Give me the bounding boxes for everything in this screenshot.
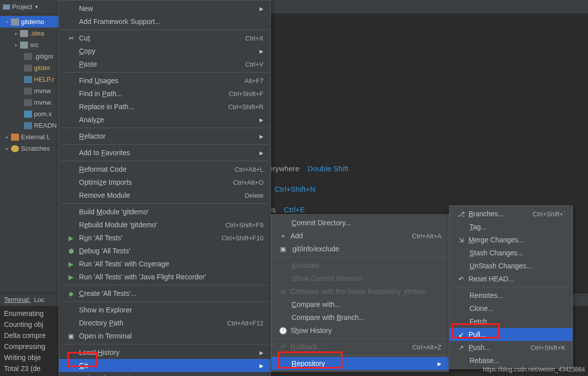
tree-scratches[interactable]: ▸ Scratches bbox=[0, 143, 59, 154]
menu-item[interactable]: ↙Pull... bbox=[450, 328, 572, 341]
tree-folder-idea[interactable]: ▸ .idea bbox=[0, 28, 59, 39]
menu-item[interactable]: ⬢Debug 'All Tests' bbox=[59, 244, 270, 257]
menu-item[interactable]: Remove ModuleDelete bbox=[59, 189, 270, 202]
menu-label: Open in Terminal bbox=[79, 332, 264, 340]
submenu-arrow-icon: ▶ bbox=[260, 134, 264, 139]
menu-item[interactable]: Add Framework Support... bbox=[59, 15, 270, 28]
menu-label: Analyze bbox=[79, 116, 254, 124]
menu-label: Clone... bbox=[470, 304, 566, 312]
menu-label: Compare with the Same Repository Version bbox=[290, 287, 442, 295]
menu-item[interactable]: ▶Run 'All Tests' with 'Java Flight Recor… bbox=[59, 270, 270, 283]
menu-item[interactable]: Tag... bbox=[450, 220, 572, 233]
menu-label: Compare with Branch... bbox=[292, 313, 442, 321]
menu-shortcut: Ctrl+Alt+O bbox=[233, 179, 264, 186]
menu-item[interactable]: 🕐Show History bbox=[272, 324, 448, 337]
menu-label: Find in Path... bbox=[79, 90, 219, 98]
menu-item[interactable]: ⟳Reload from Disk bbox=[59, 372, 270, 376]
menu-item[interactable]: Git▶ bbox=[59, 359, 270, 372]
menu-item[interactable]: ▶Run 'All Tests' with Coverage bbox=[59, 257, 270, 270]
menu-item: ⇄Compare with the Same Repository Versio… bbox=[272, 285, 448, 298]
tree-file[interactable]: pom.x bbox=[0, 108, 59, 120]
menu-item[interactable]: Add to Favorites▶ bbox=[59, 146, 270, 159]
menu-item[interactable]: ✂CutCtrl+X bbox=[59, 32, 270, 45]
menu-item[interactable]: ↶Reset HEAD... bbox=[450, 272, 572, 285]
menu-item[interactable]: Rebase... bbox=[450, 354, 572, 367]
menu-label: Add Framework Support... bbox=[79, 18, 264, 26]
menu-label: Rebase... bbox=[470, 356, 566, 364]
menu-shortcut: Ctrl+Shift+F10 bbox=[222, 234, 264, 242]
chevron-down-icon: ▾ bbox=[6, 19, 11, 25]
menu-shortcut: Alt+F7 bbox=[244, 77, 264, 85]
menu-item[interactable]: Remotes... bbox=[450, 289, 572, 302]
submenu-arrow-icon: ▶ bbox=[260, 350, 264, 355]
menu-item[interactable]: ⇲Merge Changes... bbox=[450, 233, 572, 246]
folder-icon bbox=[20, 30, 28, 37]
menu-item[interactable]: Clone... bbox=[450, 302, 572, 315]
submenu-arrow-icon: ▶ bbox=[260, 150, 264, 156]
menu-item[interactable]: Stash Changes... bbox=[450, 246, 572, 259]
menu-item[interactable]: Show in Explorer bbox=[59, 303, 270, 316]
tree-file[interactable]: HELP.r bbox=[0, 74, 59, 85]
menu-label: Git bbox=[79, 361, 254, 369]
menu-item[interactable]: Find in Path...Ctrl+Shift+F bbox=[59, 87, 270, 100]
menu-item[interactable]: ▣.git/info/exclude bbox=[272, 242, 448, 255]
menu-item[interactable]: ▣Open in Terminal bbox=[59, 329, 270, 342]
tree-file[interactable]: mvnw. bbox=[0, 97, 59, 108]
lib-icon bbox=[11, 134, 19, 141]
menu-item[interactable]: Local History▶ bbox=[59, 346, 270, 359]
tree-root[interactable]: ▾ gitdemo bbox=[0, 16, 59, 28]
tree-folder-src[interactable]: ▸ src bbox=[0, 39, 59, 51]
menu-item[interactable]: Optimize ImportsCtrl+Alt+O bbox=[59, 176, 270, 189]
menu-item[interactable]: Fetch bbox=[450, 315, 572, 328]
tree-file[interactable]: READN bbox=[0, 120, 59, 131]
submenu-arrow-icon: ▶ bbox=[438, 361, 442, 366]
menu-item[interactable]: Compare with Branch... bbox=[272, 311, 448, 324]
menu-item[interactable]: ◆Create 'All Tests'... bbox=[59, 287, 270, 300]
menu-shortcut: Ctrl+V bbox=[246, 61, 264, 68]
tree-external-libs[interactable]: ▸ External L bbox=[0, 131, 59, 143]
menu-item[interactable]: PasteCtrl+V bbox=[59, 58, 270, 71]
menu-label: Cut bbox=[79, 34, 236, 42]
menu-label: Push... bbox=[468, 343, 520, 351]
menu-icon: ↶ bbox=[456, 275, 466, 283]
menu-icon: ▶ bbox=[66, 260, 76, 268]
menu-label: Branches... bbox=[468, 210, 522, 218]
menu-item[interactable]: ↗Push...Ctrl+Shift+K bbox=[450, 341, 572, 354]
menu-label: Commit Directory... bbox=[292, 219, 442, 227]
menu-item[interactable]: Find UsagesAlt+F7 bbox=[59, 74, 270, 87]
menu-item[interactable]: UnStash Changes... bbox=[450, 259, 572, 272]
menu-item[interactable]: New▶ bbox=[59, 2, 270, 15]
submenu-arrow-icon: ▶ bbox=[260, 49, 264, 54]
menu-item[interactable]: Reformat CodeCtrl+Alt+L bbox=[59, 163, 270, 176]
menu-item[interactable]: ▶Run 'All Tests'Ctrl+Shift+F10 bbox=[59, 231, 270, 244]
menu-item[interactable]: Commit Directory... bbox=[272, 216, 448, 229]
menu-item[interactable]: Compare with... bbox=[272, 298, 448, 311]
tree-file[interactable]: gitder bbox=[0, 62, 59, 74]
tree-file[interactable]: .gitignr bbox=[0, 51, 59, 62]
menu-item[interactable]: +AddCtrl+Alt+A bbox=[272, 229, 448, 242]
menu-label: Rebuild Module 'gitdemo' bbox=[79, 221, 215, 229]
welcome-key: Double Shift bbox=[308, 164, 348, 173]
tree-label: pom.x bbox=[34, 110, 52, 118]
menu-item[interactable]: Analyze▶ bbox=[59, 113, 270, 126]
menu-label: Replace in Path... bbox=[79, 103, 218, 111]
git-submenu: Commit Directory...+AddCtrl+Alt+A▣.git/i… bbox=[271, 214, 449, 372]
file-icon bbox=[24, 65, 32, 72]
tree-label: .gitignr bbox=[34, 53, 54, 60]
terminal-tab-label: Terminal: bbox=[4, 296, 30, 303]
menu-shortcut: Ctrl+Shift+` bbox=[532, 210, 566, 218]
menu-label: Stash Changes... bbox=[470, 249, 566, 257]
menu-item[interactable]: ⎇Branches...Ctrl+Shift+` bbox=[450, 207, 572, 220]
menu-label: Add to Favorites bbox=[79, 149, 254, 157]
menu-item[interactable]: Repository▶ bbox=[272, 357, 448, 370]
menu-item[interactable]: Replace in Path...Ctrl+Shift+R bbox=[59, 100, 270, 113]
terminal-local: Loc bbox=[34, 296, 44, 303]
project-dropdown[interactable]: Project ▼ bbox=[3, 3, 38, 11]
tree-file[interactable]: mvnw bbox=[0, 85, 59, 97]
menu-item[interactable]: Build Module 'gitdemo' bbox=[59, 205, 270, 218]
menu-item[interactable]: Copy▶ bbox=[59, 45, 270, 58]
menu-item[interactable]: Directory PathCtrl+Alt+F12 bbox=[59, 316, 270, 329]
menu-item[interactable]: Rebuild Module 'gitdemo'Ctrl+Shift+F9 bbox=[59, 218, 270, 231]
menu-item[interactable]: Refactor▶ bbox=[59, 130, 270, 143]
menu-shortcut: Ctrl+Shift+F bbox=[229, 90, 264, 98]
